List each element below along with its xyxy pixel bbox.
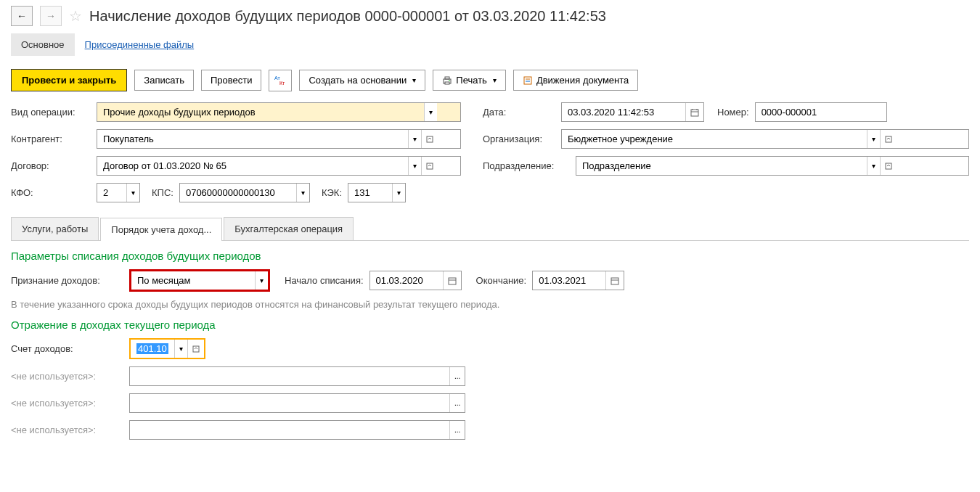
dropdown-button[interactable]: ▾ xyxy=(392,184,405,202)
tab-accounting[interactable]: Бухгалтерская операция xyxy=(224,217,354,240)
printer-icon xyxy=(442,75,452,86)
svg-rect-15 xyxy=(886,136,891,142)
counterparty-input[interactable] xyxy=(97,130,408,148)
dropdown-button[interactable]: ▾ xyxy=(867,157,880,175)
dropdown-button[interactable]: ▾ xyxy=(867,130,880,148)
dropdown-button[interactable]: ▾ xyxy=(255,271,268,290)
open-icon xyxy=(192,345,200,353)
open-icon xyxy=(426,136,433,143)
svg-text:Ат: Ат xyxy=(274,75,281,81)
operation-type-input[interactable] xyxy=(97,103,424,121)
kps-input[interactable] xyxy=(180,184,296,202)
tab-income-order[interactable]: Порядок учета доход... xyxy=(100,218,222,241)
label-division: Подразделение: xyxy=(483,160,570,171)
svg-rect-17 xyxy=(449,278,456,284)
open-icon xyxy=(885,136,892,143)
calendar-icon xyxy=(690,108,699,117)
kfo-input[interactable] xyxy=(97,184,126,202)
calendar-button[interactable] xyxy=(605,271,624,290)
chevron-down-icon: ▾ xyxy=(412,76,416,84)
label-contract: Договор: xyxy=(11,160,91,171)
label-income-account: Счет доходов: xyxy=(11,343,123,354)
recognition-input[interactable] xyxy=(131,271,255,290)
number-input[interactable] xyxy=(756,103,886,121)
label-number: Номер: xyxy=(717,107,749,118)
calendar-button[interactable] xyxy=(443,271,461,290)
create-based-button[interactable]: Создать на основании ▾ xyxy=(299,70,425,91)
not-used-input-2[interactable] xyxy=(130,394,449,412)
open-button[interactable] xyxy=(421,157,438,175)
svg-rect-21 xyxy=(193,346,199,352)
section-writeoff-params: Параметры списания доходов будущих перио… xyxy=(11,250,969,262)
forward-button[interactable]: → xyxy=(40,6,62,26)
calendar-button[interactable] xyxy=(685,103,703,121)
calendar-icon xyxy=(448,276,457,285)
print-button[interactable]: Печать ▾ xyxy=(433,70,506,91)
dropdown-button[interactable]: ▾ xyxy=(424,103,437,121)
label-start-writeoff: Начало списания: xyxy=(285,275,364,286)
dt-kt-button[interactable]: АтКт xyxy=(269,70,292,91)
dropdown-button[interactable]: ▾ xyxy=(126,184,139,202)
label-counterparty: Контрагент: xyxy=(11,134,91,144)
organization-input[interactable] xyxy=(562,130,867,148)
ellipsis-button[interactable]: ... xyxy=(449,394,465,412)
open-icon xyxy=(426,163,433,170)
document-movements-icon xyxy=(523,75,533,86)
post-and-close-button[interactable]: Провести и закрыть xyxy=(11,69,127,91)
tab-attached-files[interactable]: Присоединенные файлы xyxy=(75,33,205,56)
label-not-used-1: <не используется>: xyxy=(11,371,123,382)
dropdown-button[interactable]: ▾ xyxy=(408,157,421,175)
label-operation-type: Вид операции: xyxy=(11,107,91,118)
division-input[interactable] xyxy=(576,157,867,175)
dropdown-button[interactable]: ▾ xyxy=(174,340,187,358)
svg-rect-16 xyxy=(886,163,891,169)
page-title: Начисление доходов будущих периодов 0000… xyxy=(89,8,606,25)
label-date: Дата: xyxy=(483,107,555,118)
date-input[interactable] xyxy=(562,103,685,121)
open-button[interactable] xyxy=(880,157,897,175)
svg-rect-11 xyxy=(691,110,698,116)
open-button[interactable] xyxy=(880,130,897,148)
svg-rect-10 xyxy=(427,163,433,169)
tab-main[interactable]: Основное xyxy=(11,33,75,56)
dropdown-button[interactable]: ▾ xyxy=(408,130,421,148)
label-organization: Организация: xyxy=(483,134,555,144)
svg-rect-4 xyxy=(445,82,449,84)
svg-rect-3 xyxy=(445,77,449,79)
post-button[interactable]: Провести xyxy=(201,70,262,91)
end-date-input[interactable] xyxy=(533,271,605,290)
open-button[interactable] xyxy=(187,340,204,358)
label-kps: КПС: xyxy=(152,187,173,198)
open-button[interactable] xyxy=(421,130,438,148)
start-writeoff-input[interactable] xyxy=(370,271,443,290)
svg-point-5 xyxy=(449,80,450,81)
income-account-input[interactable]: 401.10 xyxy=(131,340,174,358)
label-not-used-3: <не используется>: xyxy=(11,425,123,435)
kek-input[interactable] xyxy=(348,184,392,202)
hint-text: В течение указанного срока доходы будущи… xyxy=(11,299,969,310)
dropdown-button[interactable]: ▾ xyxy=(296,184,309,202)
not-used-input-1[interactable] xyxy=(130,367,449,385)
svg-rect-9 xyxy=(427,136,433,142)
label-not-used-2: <не используется>: xyxy=(11,398,123,409)
open-icon xyxy=(885,163,892,170)
calendar-icon xyxy=(611,276,619,285)
label-end-date: Окончание: xyxy=(476,275,527,286)
favorite-icon[interactable]: ☆ xyxy=(69,7,82,25)
label-recognition: Признание доходов: xyxy=(11,275,123,286)
label-kek: КЭК: xyxy=(322,187,342,198)
tab-services[interactable]: Услуги, работы xyxy=(11,217,99,240)
back-button[interactable]: ← xyxy=(11,6,33,26)
save-button[interactable]: Записать xyxy=(134,70,194,91)
ellipsis-button[interactable]: ... xyxy=(449,421,465,439)
section-current-income: Отражение в доходах текущего периода xyxy=(11,319,969,331)
not-used-input-3[interactable] xyxy=(130,421,449,439)
label-kfo: КФО: xyxy=(11,187,91,198)
svg-rect-6 xyxy=(524,77,531,84)
chevron-down-icon: ▾ xyxy=(493,76,497,84)
movements-button[interactable]: Движения документа xyxy=(513,70,638,91)
dt-kt-icon: АтКт xyxy=(274,75,286,86)
ellipsis-button[interactable]: ... xyxy=(449,367,465,385)
contract-input[interactable] xyxy=(97,157,408,175)
svg-rect-19 xyxy=(611,278,618,284)
